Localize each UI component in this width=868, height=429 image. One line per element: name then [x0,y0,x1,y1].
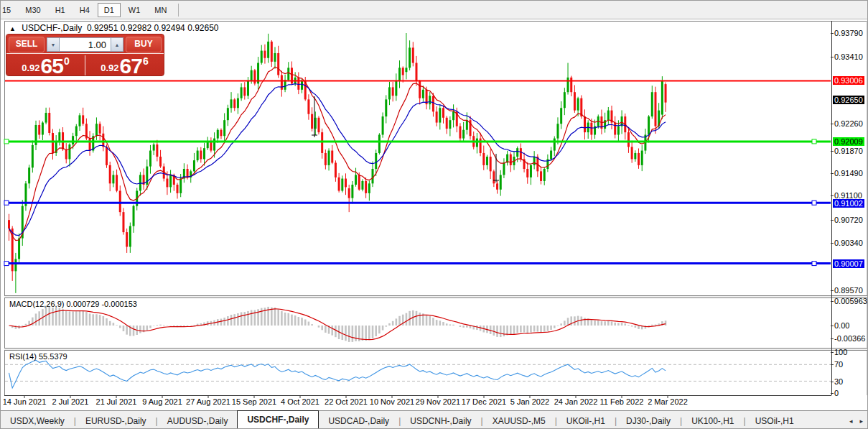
price-axis-label: 0.91002 [834,199,867,208]
date-axis-label: 14 Jun 2021 [3,397,47,406]
tab-scroll-right-icon[interactable]: ▸ [859,418,863,425]
date-axis-label: 5 Jan 2022 [510,397,549,406]
timeframe-button-h1[interactable]: H1 [49,3,72,17]
chart-tab-usdcnh[interactable]: USDCNH-,Daily [401,413,480,429]
timeframe-button-m30[interactable]: M30 [19,3,47,17]
bar-open-value: 0.92951 [87,23,118,33]
bar-close-value: 0.92650 [187,23,218,33]
date-axis-label: 27 Aug 2021 [186,397,230,406]
timeframe-button-h4[interactable]: H4 [73,3,96,17]
volume-decrease-button[interactable]: ▼ [47,37,60,52]
chart-tab-usdchf[interactable]: USDCHF-,Daily [237,410,319,429]
macd-axis-label: 0.00 [834,321,867,331]
timeframe-toolbar: 15M30H1H4D1W1MN [1,1,868,19]
timeframe-button-d1[interactable]: D1 [98,3,121,17]
timeframe-button-w1[interactable]: W1 [122,3,147,17]
date-axis-label: 9 Aug 2021 [142,397,182,406]
sell-price-prefix: 0.92 [22,63,39,73]
chevron-up-icon: ▲ [115,42,120,47]
price-axis-badge-blue: 0.91002 [833,199,864,208]
price-axis-label: 0.90007 [834,259,867,269]
rsi-axis-label: 70 [834,360,867,369]
macd-axis-label: 0.005963 [834,297,867,306]
sell-price-big: 65 [41,57,63,75]
date-axis-label: 22 Oct 2021 [325,397,368,406]
rsi-indicator-label: RSI(14) 55.5379 [9,352,67,361]
buy-price-display[interactable]: 0.92 67 6 [85,54,164,77]
price-axis-badge-blue: 0.90007 [833,259,864,268]
rsi-axis-label: 0 [834,389,867,398]
macd-axis-label: -0.00366 [834,334,867,343]
sell-price-pip: 0 [64,55,70,67]
chart-tab-usdx[interactable]: USDX,Weekly [1,413,74,429]
price-axis-label: 0.92260 [834,119,867,129]
chart-tab-uk100[interactable]: UK100-,H1 [682,413,743,429]
bar-high-value: 0.92982 [121,23,151,33]
price-axis-label: 0.93410 [834,52,867,62]
date-axis-label: 4 Oct 2021 [281,397,319,406]
date-axis-label: 10 Nov 2021 [370,397,414,406]
date-axis-label: 21 Jul 2021 [96,397,137,406]
symbol-title: USDCHF-,Daily [22,23,82,33]
date-axis-label: 11 Feb 2022 [600,397,644,406]
price-axis-label: 0.89570 [834,286,867,295]
trading-platform-window: 15M30H1H4D1W1MN ▲ USDCHF-,Daily 0.92951 … [0,0,868,429]
sell-button[interactable]: SELL [9,37,45,52]
price-axis-label: 0.92009 [834,137,867,147]
price-axis-label: 0.93006 [834,76,867,86]
price-axis-badge-green: 0.92009 [833,137,864,146]
date-axis-label: 17 Dec 2021 [462,397,506,406]
toolbar-separator [178,4,179,17]
macd-indicator-label: MACD(12,26,9) 0.000729 -0.000153 [9,300,137,308]
rsi-axis-label: 100 [834,348,867,357]
tab-scroll-controls: ◂▸ [849,418,868,429]
date-axis-label: 2 Jul 2021 [52,397,89,406]
timeframe-button-mn[interactable]: MN [148,3,173,17]
price-axis-label: 0.91490 [834,169,867,178]
one-click-trading-panel: SELL ▼ 1.00 ▲ BUY 0.92 65 0 0.92 67 [6,34,164,76]
volume-increase-button[interactable]: ▲ [111,37,123,52]
price-axis-badge-black: 0.92650 [833,96,864,104]
chart-tab-audusd[interactable]: AUDUSD-,Daily [158,413,238,429]
sell-price-display[interactable]: 0.92 65 0 [6,54,85,77]
chart-tab-bar: USDX,Weekly|EURUSD-,Daily|AUDUSD-,DailyU… [1,410,868,429]
timeframe-button-15[interactable]: 15 [1,3,17,17]
buy-price-prefix: 0.92 [101,63,118,73]
price-axis-label: 0.90720 [834,216,867,225]
symbol-header[interactable]: ▲ USDCHF-,Daily 0.92951 0.92982 0.92494 … [9,23,219,33]
rsi-axis-label: 30 [834,377,867,387]
price-axis-label: 0.92650 [834,96,867,105]
date-axis-label: 15 Sep 2021 [232,397,276,406]
volume-input[interactable]: 1.00 [60,37,111,52]
collapse-chart-icon[interactable]: ▲ [9,25,16,32]
chart-tab-eurusd[interactable]: EURUSD-,Daily [76,413,156,429]
date-axis-label: 29 Nov 2021 [416,397,460,406]
price-axis-badge-red: 0.93006 [833,76,864,85]
price-axis-label: 0.90340 [834,239,867,248]
buy-price-pip: 6 [143,55,149,67]
bar-low-value: 0.92494 [154,23,185,33]
price-axis-label: 0.93790 [834,29,867,38]
date-axis-label: 24 Jan 2022 [554,397,598,406]
buy-price-big: 67 [120,57,142,75]
chart-tab-ukoil[interactable]: UKOil-,H1 [557,413,615,429]
buy-button[interactable]: BUY [126,37,162,52]
chart-tab-usoil[interactable]: USOil-,H1 [746,413,803,429]
chart-tab-usdcad[interactable]: USDCAD-,Daily [319,413,398,429]
chevron-down-icon: ▼ [51,42,56,47]
chart-tab-xauusd[interactable]: XAUUSD-,M5 [483,413,555,429]
chart-tab-dj30[interactable]: DJ30-,Daily [617,413,680,429]
tab-scroll-left-icon[interactable]: ◂ [849,418,853,425]
date-axis-label: 2 Mar 2022 [648,397,688,406]
price-axis-label: 0.91870 [834,147,867,156]
